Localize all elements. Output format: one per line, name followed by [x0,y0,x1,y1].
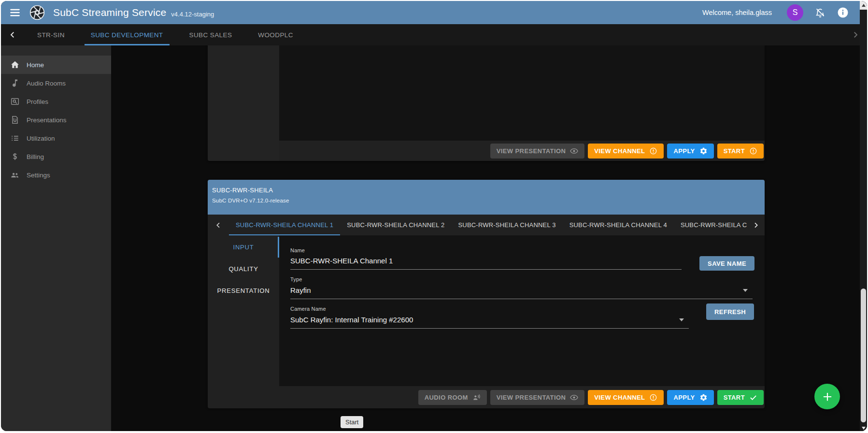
tab-label: WOODPLC [258,31,293,39]
section-tab-label: PRESENTATION [217,287,270,294]
alert-circle-icon [649,147,657,155]
button-label: VIEW CHANNEL [594,147,645,155]
start-tooltip: Start [341,416,363,428]
arrow-down-icon [862,427,866,430]
view-presentation-button[interactable]: VIEW PRESENTATION [490,390,585,405]
channel-tabs-forward-chevron-icon[interactable] [747,215,765,235]
hamburger-icon [9,6,21,19]
tab-subc-development[interactable]: SUBC DEVELOPMENT [78,24,176,45]
button-label: VIEW PRESENTATION [497,394,566,401]
dvr-card-header: SUBC-RWR-SHEILA SubC DVR+O v7.12.0-relea… [208,180,765,215]
tab-label: SUBC SALES [189,31,232,39]
sidebar: Home Audio Rooms Profiles [1,45,111,431]
button-label: APPLY [673,147,695,155]
alert-circle-icon [749,147,757,155]
section-tabs: INPUT QUALITY PRESENTATION [208,235,279,386]
view-channel-button[interactable]: VIEW CHANNEL [588,390,664,405]
channel-tab-5[interactable]: SUBC-RWR-SHEILA CHANNEL 5 [674,215,747,235]
sidebar-item-label: Audio Rooms [27,80,66,87]
channel-tab-label: SUBC-RWR-SHEILA CHANNEL 2 [347,221,444,229]
refresh-button[interactable]: REFRESH [706,303,754,320]
view-presentation-button[interactable]: VIEW PRESENTATION [490,144,585,159]
plus-icon [821,390,834,403]
tab-presentation[interactable]: PRESENTATION [208,280,279,302]
start-button[interactable]: START [717,390,764,405]
save-name-button[interactable]: SAVE NAME [699,256,754,271]
avatar[interactable]: S [787,4,803,21]
home-icon [10,60,20,70]
channel-tab-1[interactable]: SUBC-RWR-SHEILA CHANNEL 1 [229,215,340,235]
section-tab-label: QUALITY [228,265,258,273]
channel-tabs: SUBC-RWR-SHEILA CHANNEL 1 SUBC-RWR-SHEIL… [208,215,765,235]
check-icon [749,393,757,402]
top-card-actions: VIEW PRESENTATION VIEW CHANNEL [279,141,765,161]
layout: Home Audio Rooms Profiles [1,45,867,431]
apply-button[interactable]: APPLY [667,144,713,159]
top-stream-card: VIEW PRESENTATION VIEW CHANNEL [208,45,765,161]
sidebar-item-home[interactable]: Home [1,56,111,74]
tab-input[interactable]: INPUT [208,236,279,258]
welcome-text: Welcome, sheila.glass [702,9,772,16]
tab-quality[interactable]: QUALITY [208,258,279,280]
sidebar-item-billing[interactable]: Billing [1,147,111,166]
sidebar-item-label: Utilization [27,135,55,142]
chevron-down-icon [743,289,748,292]
channel-tab-2[interactable]: SUBC-RWR-SHEILA CHANNEL 2 [340,215,451,235]
tab-str-sin[interactable]: STR-SIN [24,24,78,45]
scrollbar-up-button[interactable] [860,1,867,10]
scrollbar-down-button[interactable] [860,427,867,430]
tab-label: SUBC DEVELOPMENT [91,31,163,39]
tab-subc-sales[interactable]: SUBC SALES [176,24,245,45]
people-icon [10,170,20,180]
channel-tabs-back-chevron-icon[interactable] [208,215,229,235]
info-icon[interactable] [837,7,849,18]
channel-tab-label: SUBC-RWR-SHEILA CHANNEL 3 [458,221,555,229]
type-label: Type [290,276,765,282]
tabs-back-chevron-icon[interactable] [1,24,24,45]
channel-tab-label: SUBC-RWR-SHEILA CHANNEL 4 [569,221,667,229]
list-icon [10,133,20,143]
view-channel-button[interactable]: VIEW CHANNEL [588,144,664,159]
channel-tab-3[interactable]: SUBC-RWR-SHEILA CHANNEL 3 [451,215,562,235]
channel-tab-4[interactable]: SUBC-RWR-SHEILA CHANNEL 4 [563,215,674,235]
sidebar-item-profiles[interactable]: Profiles [1,92,111,111]
vertical-scrollbar[interactable] [860,1,867,431]
channel-tab-label: SUBC-RWR-SHEILA CHANNEL 5 [681,221,747,229]
button-label: START [724,394,745,401]
dollar-icon [10,152,20,161]
sidebar-item-label: Home [27,61,44,69]
subc-aperture-logo-icon [29,4,45,21]
dvr-title: SUBC-RWR-SHEILA [212,187,760,194]
sidebar-item-label: Settings [27,172,50,179]
audio-room-button[interactable]: AUDIO ROOM [418,390,487,405]
sidebar-item-utilization[interactable]: Utilization [1,129,111,147]
apply-button[interactable]: APPLY [667,390,713,405]
sidebar-item-audio-rooms[interactable]: Audio Rooms [1,74,111,92]
dvr-card-body: INPUT QUALITY PRESENTATION Name SAVE NAM… [208,235,765,386]
sidebar-item-label: Presentations [27,116,67,124]
button-label: SAVE NAME [708,260,746,267]
top-card-content: VIEW PRESENTATION VIEW CHANNEL [279,45,765,161]
input-form-panel: Name SAVE NAME Type Rayfin Camera Name [279,235,765,386]
notifications-off-icon[interactable] [814,7,826,18]
dvr-card-actions: AUDIO ROOM VIEW PRESENTATION [208,386,765,408]
channel-name-input[interactable] [290,257,682,270]
app-window: SubC Streaming Service v4.4.12-staging W… [1,1,867,431]
sidebar-item-presentations[interactable]: Presentations [1,111,111,129]
scrollbar-thumb[interactable] [861,289,866,422]
start-button[interactable]: START [717,144,764,159]
header-right: Welcome, sheila.glass S [702,4,849,21]
tooltip-label: Start [345,419,358,426]
type-select[interactable]: Rayfin [290,286,753,299]
tab-woodplc[interactable]: WOODPLC [245,24,306,45]
button-label: AUDIO ROOM [425,394,468,401]
add-stream-fab[interactable] [814,384,840,409]
image-search-icon [10,97,20,106]
app-version: v4.4.12-staging [171,8,214,18]
app-title: SubC Streaming Service [53,7,166,18]
sidebar-item-settings[interactable]: Settings [1,166,111,184]
camera-name-select[interactable]: SubC Rayfin: Internal Training #22600 [290,315,689,329]
sidebar-item-label: Profiles [27,98,48,105]
menu-icon[interactable] [9,6,21,19]
eye-icon [570,147,578,155]
